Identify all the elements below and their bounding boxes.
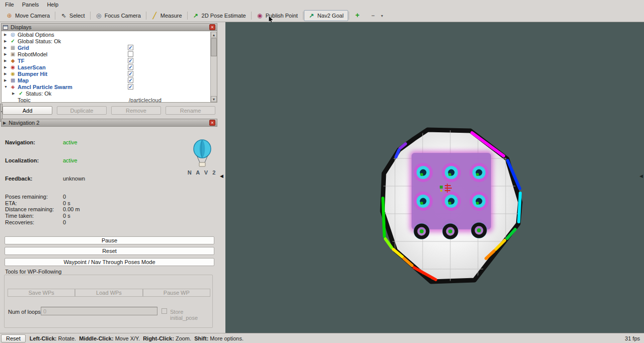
topic-value[interactable]: /particlecloud	[129, 97, 162, 103]
toolbar: Move Camera Select Focus Camera Measure …	[0, 9, 644, 22]
displays-close-button[interactable]	[209, 24, 215, 30]
laserscan-icon	[10, 65, 16, 70]
remove-display-button[interactable]: Remove	[111, 106, 161, 115]
expand-icon[interactable]	[3, 121, 6, 125]
load-wps-button[interactable]: Load WPs	[75, 289, 142, 297]
dock-collapse-arrow-left[interactable]: ◀	[220, 174, 223, 179]
publish-point-tool[interactable]: Publish Point	[252, 10, 302, 21]
move-camera-tool[interactable]: Move Camera	[2, 10, 54, 21]
focus-camera-tool[interactable]: Focus Camera	[91, 10, 145, 21]
toolbar-separator	[187, 12, 188, 20]
robotmodel-checkbox[interactable]	[128, 51, 133, 57]
localization-label: Localization:	[5, 157, 39, 163]
statusbar-reset-button[interactable]: Reset	[1, 334, 26, 342]
tree-row-robotmodel[interactable]: RobotModel	[2, 51, 217, 57]
grid-checkbox[interactable]: ✓	[128, 45, 133, 50]
minus-icon	[370, 13, 376, 19]
expand-icon[interactable]	[4, 33, 10, 37]
add-display-button[interactable]: Add	[3, 106, 52, 115]
nav2-goal-label: Nav2 Goal	[317, 13, 344, 19]
pose-estimate-tool[interactable]: 2D Pose Estimate	[188, 10, 251, 21]
poses-remaining-value: 0	[63, 194, 66, 200]
nav2-header[interactable]: Navigation 2	[1, 119, 217, 127]
localization-status-row: Localization: active	[5, 157, 211, 164]
displays-tree: Global Options Global Status: Ok Grid ✓ …	[1, 31, 217, 103]
nav2-goal-tool[interactable]: Nav2 Goal	[304, 10, 348, 21]
reset-button[interactable]: Reset	[5, 247, 214, 255]
tree-row-global-status[interactable]: Global Status: Ok	[2, 38, 217, 44]
tree-row-amcl-particle-swarm[interactable]: Amcl Particle Swarm ✓	[2, 83, 217, 90]
eta-value: 0 s	[63, 200, 70, 206]
pause-button[interactable]: Pause	[5, 236, 214, 244]
expand-icon[interactable]	[4, 78, 10, 82]
nav2-logo-text: N A V 2	[185, 169, 219, 176]
map-checkbox[interactable]: ✓	[128, 77, 133, 83]
tree-row-global-options[interactable]: Global Options	[2, 31, 217, 38]
nav2-title: Navigation 2	[9, 120, 39, 126]
fps-counter: 31 fps	[625, 335, 640, 341]
menu-panels[interactable]: Panels	[18, 1, 43, 8]
pose-estimate-label: 2D Pose Estimate	[202, 13, 246, 19]
move-camera-icon	[6, 13, 13, 19]
toolbar-separator	[90, 12, 91, 20]
balloon-icon	[191, 139, 214, 168]
expand-icon[interactable]	[4, 72, 10, 76]
wp-group-title: Tools for WP-Following	[4, 269, 62, 275]
tree-row-map[interactable]: Map ✓	[2, 77, 217, 83]
bumper-hit-checkbox[interactable]: ✓	[128, 71, 133, 76]
rename-display-button[interactable]: Rename	[166, 106, 215, 115]
tree-row-topic[interactable]: Topic /particlecloud	[2, 97, 217, 103]
menu-help[interactable]: Help	[43, 1, 62, 8]
stat-row-time: Time taken: 0 s	[5, 213, 211, 219]
measure-tool[interactable]: Measure	[147, 10, 187, 21]
tree-row-laserscan[interactable]: LaserScan ✓	[2, 64, 217, 70]
expand-icon[interactable]	[12, 92, 18, 96]
robot-model-icon	[10, 52, 16, 57]
particle-swarm-icon	[10, 84, 16, 90]
toolbar-separator	[146, 12, 146, 20]
scroll-down-icon[interactable]: ▼	[211, 96, 217, 102]
publish-point-icon	[257, 13, 263, 19]
grid-display-icon	[10, 45, 16, 50]
move-camera-label: Move Camera	[15, 13, 50, 19]
expand-icon[interactable]	[4, 39, 10, 43]
add-tool-button[interactable]	[350, 10, 365, 21]
collapse-icon[interactable]	[4, 85, 10, 89]
scrollbar-thumb[interactable]	[211, 38, 217, 56]
scroll-up-icon[interactable]: ▲	[211, 32, 217, 38]
tree-row-tf[interactable]: TF ✓	[2, 57, 217, 64]
duplicate-display-button[interactable]: Duplicate	[57, 106, 107, 115]
amcl-checkbox[interactable]: ✓	[128, 84, 133, 90]
tf-checkbox[interactable]: ✓	[128, 58, 133, 63]
tree-row-amcl-status[interactable]: Status: Ok	[2, 90, 217, 97]
3d-viewport[interactable]	[225, 22, 644, 333]
waypoint-mode-button[interactable]: Waypoint / Nav Through Poses Mode	[5, 258, 214, 266]
tree-row-bumper-hit[interactable]: Bumper Hit ✓	[2, 70, 217, 77]
tree-row-label: Global Options	[18, 32, 54, 38]
select-tool[interactable]: Select	[56, 10, 90, 21]
tree-scrollbar[interactable]: ▲ ▼	[210, 32, 217, 102]
pause-wp-button[interactable]: Pause WP	[143, 289, 210, 297]
nav2-close-button[interactable]	[209, 120, 215, 126]
menu-file[interactable]: File	[1, 1, 18, 8]
displays-panel: Displays Global Options Global Status: O…	[1, 23, 217, 116]
expand-icon[interactable]	[4, 52, 10, 56]
nav2-panel: Navigation 2 Navigation: active Localiza…	[1, 119, 217, 330]
num-loops-label: Num of loops	[8, 309, 41, 315]
num-loops-input[interactable]	[41, 307, 157, 315]
save-wps-button[interactable]: Save WPs	[8, 289, 75, 297]
tree-row-grid[interactable]: Grid ✓	[2, 44, 217, 51]
remove-tool-button[interactable]	[365, 10, 390, 21]
displays-header[interactable]: Displays	[1, 23, 217, 31]
nav2-body: Navigation: active Localization: active …	[1, 127, 217, 330]
store-initial-pose-checkbox[interactable]	[162, 308, 167, 314]
feedback-status-row: Feedback: unknown	[5, 176, 211, 182]
displays-title: Displays	[11, 24, 32, 30]
expand-icon[interactable]	[4, 59, 10, 63]
laserscan-checkbox[interactable]: ✓	[128, 64, 133, 70]
dock-collapse-arrow-right[interactable]: ◀	[639, 174, 643, 179]
tree-row-label: Topic	[18, 97, 31, 103]
tree-row-label: Global Status: Ok	[18, 38, 61, 44]
expand-icon[interactable]	[4, 65, 10, 69]
expand-icon[interactable]	[4, 46, 10, 50]
